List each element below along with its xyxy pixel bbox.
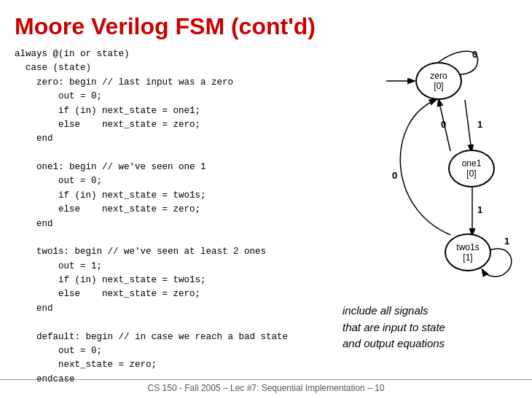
edge-label-two1s-self: 1 xyxy=(504,236,509,247)
edge-label-two1s-zero: 0 xyxy=(392,170,397,181)
code-line2: case (state) xyxy=(15,61,335,75)
code-line1: always @(in or state) xyxy=(15,47,335,61)
fsm-diagram: zero [0] one1 [0] two1s [1] 0 1 0 1 0 1 xyxy=(343,47,517,295)
code-block1: zero: begin // last input was a zero out… xyxy=(15,76,335,387)
footer: CS 150 - Fall 2005 – Lec #7: Sequential … xyxy=(0,379,532,393)
edge-label-zero-one1: 1 xyxy=(477,119,482,130)
edge-label-one1-two1s: 1 xyxy=(477,204,482,215)
state-two1s: two1s [1] xyxy=(445,233,491,271)
edge-label-zero-self: 0 xyxy=(472,49,477,60)
diagram-section: zero [0] one1 [0] two1s [1] 0 1 0 1 0 1 … xyxy=(343,47,517,310)
state-zero: zero [0] xyxy=(415,62,462,100)
include-text: include all signals that are input to st… xyxy=(343,303,517,352)
state-one1: one1 [0] xyxy=(448,150,495,187)
svg-line-0 xyxy=(465,100,472,151)
code-section: always @(in or state) case (state) zero:… xyxy=(15,47,335,387)
edge-label-one1-zero: 0 xyxy=(441,119,446,130)
title: Moore Verilog FSM (cont'd) xyxy=(0,0,532,47)
